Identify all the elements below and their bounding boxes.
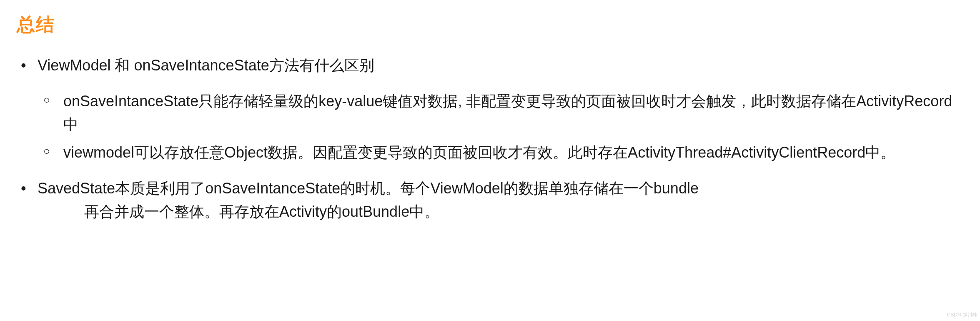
list-item-continuation: 再合并成一个整体。再存放在Activity的outBundle中。: [38, 200, 963, 223]
section-heading: 总结: [17, 13, 963, 37]
list-item: SavedState本质是利用了onSaveIntanceState的时机。每个…: [38, 177, 963, 223]
list-item: ViewModel 和 onSaveIntanceState方法有什么区别 on…: [38, 54, 963, 164]
inner-list: onSaveIntanceState只能存储轻量级的key-value键值对数据…: [38, 90, 963, 164]
watermark: CSDN @川峰: [947, 311, 977, 318]
sub-list-item: onSaveIntanceState只能存储轻量级的key-value键值对数据…: [63, 90, 963, 136]
list-item-text: SavedState本质是利用了onSaveIntanceState的时机。每个…: [38, 180, 699, 197]
sub-list-item: viewmodel可以存放任意Object数据。因配置变更导致的页面被回收才有效…: [63, 141, 963, 164]
outer-list: ViewModel 和 onSaveIntanceState方法有什么区别 on…: [17, 54, 963, 223]
list-item-text: ViewModel 和 onSaveIntanceState方法有什么区别: [38, 57, 374, 74]
